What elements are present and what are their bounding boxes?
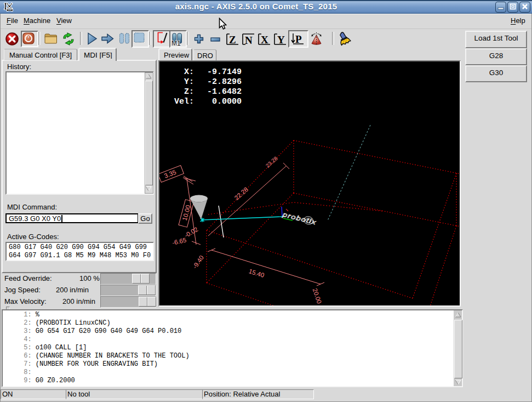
svg-text:Y:: Y:: [184, 77, 194, 87]
svg-text:M1: M1: [171, 39, 181, 46]
svg-text:15.40: 15.40: [248, 268, 265, 279]
svg-text:22.28: 22.28: [233, 186, 250, 201]
svg-text:N: N: [245, 35, 253, 46]
svg-text:Z: Z: [229, 34, 236, 46]
svg-text:-0.02: -0.02: [184, 226, 199, 239]
svg-text:0.0000: 0.0000: [212, 97, 242, 106]
svg-text:X: X: [261, 34, 268, 46]
svg-text:-9.40: -9.40: [191, 254, 205, 270]
svg-text:Vel:: Vel:: [174, 97, 194, 106]
svg-text:Z:: Z:: [184, 87, 194, 97]
svg-text:23.28: 23.28: [265, 155, 279, 169]
svg-text:-2.8296: -2.8296: [207, 77, 242, 87]
svg-text:X:: X:: [184, 67, 194, 77]
svg-text:20.00: 20.00: [312, 287, 323, 304]
svg-text:-1.6482: -1.6482: [207, 87, 242, 97]
svg-text:-6.65: -6.65: [171, 236, 187, 246]
svg-text:3.35: 3.35: [163, 169, 177, 179]
svg-text:P: P: [295, 33, 302, 45]
svg-text:Y: Y: [277, 34, 285, 46]
svg-text:-9.7149: -9.7149: [207, 67, 242, 77]
svg-text:10.00: 10.00: [181, 205, 192, 222]
